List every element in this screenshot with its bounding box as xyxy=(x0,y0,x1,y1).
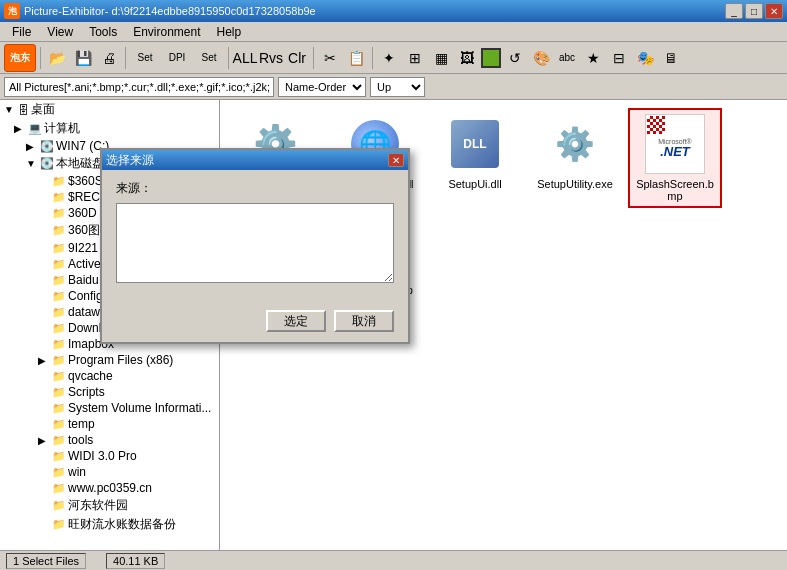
tree-item-hedong[interactable]: 📁 河东软件园 xyxy=(0,496,219,515)
window-title: Picture-Exhibitor- d:\9f2214edbbe8915950… xyxy=(24,5,316,17)
close-button[interactable]: ✕ xyxy=(765,3,783,19)
dialog-title-bar: 选择来源 ✕ xyxy=(102,150,408,170)
toolbar-btn-save[interactable]: 💾 xyxy=(71,46,95,70)
toolbar-btn-palette[interactable]: 🎭 xyxy=(633,46,657,70)
toolbar-btn-star[interactable]: ✦ xyxy=(377,46,401,70)
dialog-source-input[interactable] xyxy=(116,203,394,283)
tree-item-temp[interactable]: 📁 temp xyxy=(0,416,219,432)
toolbar-btn-star2[interactable]: ★ xyxy=(581,46,605,70)
file-label-splashscreen: SplashScreen.bmp xyxy=(634,178,716,202)
menu-file[interactable]: File xyxy=(4,23,39,41)
toolbar-logo: 泡东 xyxy=(4,44,36,72)
dialog-title-text: 选择来源 xyxy=(106,152,154,169)
toolbar-sep-4 xyxy=(313,47,314,69)
toolbar-btn-clr[interactable]: Clr xyxy=(285,46,309,70)
toolbar-btn-color2[interactable]: 🎨 xyxy=(529,46,553,70)
dialog-buttons: 选定 取消 xyxy=(102,306,408,342)
toolbar-btn-grid[interactable]: ⊞ xyxy=(403,46,427,70)
file-icon-setupui: DLL xyxy=(445,114,505,174)
dialog-source-label: 来源： xyxy=(116,180,394,197)
direction-select[interactable]: Up Down xyxy=(370,77,425,97)
toolbar: 泡东 📂 💾 🖨 Set DPI Set ALL Rvs Clr ✂ 📋 ✦ ⊞… xyxy=(0,42,787,74)
file-label-setupui: SetupUi.dll xyxy=(448,178,501,190)
toolbar-btn-image[interactable]: 🖼 xyxy=(455,46,479,70)
toolbar-btn-cut[interactable]: ✂ xyxy=(318,46,342,70)
sort-select[interactable]: Name-Order xyxy=(278,77,366,97)
menu-bar: File View Tools Environment Help xyxy=(0,22,787,42)
toolbar-btn-rvs[interactable]: Rvs xyxy=(259,46,283,70)
file-item-setuputility-exe[interactable]: ⚙️ SetupUtility.exe xyxy=(530,110,620,206)
toolbar-btn-grid2[interactable]: ⊟ xyxy=(607,46,631,70)
toolbar-btn-print[interactable]: 🖨 xyxy=(97,46,121,70)
tree-item-scripts[interactable]: 📁 Scripts xyxy=(0,384,219,400)
tree-root[interactable]: ▼ 🗄 桌面 xyxy=(0,100,219,119)
tree-item-wangcai[interactable]: 📁 旺财流水账数据备份 xyxy=(0,515,219,534)
toolbar-btn-dpi[interactable]: DPI xyxy=(162,46,192,70)
filter-bar: Name-Order Up Down xyxy=(0,74,787,100)
toolbar-btn-color1[interactable] xyxy=(481,48,501,68)
toolbar-sep-3 xyxy=(228,47,229,69)
file-item-setupui-dll[interactable]: DLL SetupUi.dll xyxy=(430,110,520,206)
file-item-splashscreen-bmp[interactable]: Microsoft® .NET SplashScreen.bmp xyxy=(630,110,720,206)
tree-item-programfiles[interactable]: ▶ 📁 Program Files (x86) xyxy=(0,352,219,368)
menu-view[interactable]: View xyxy=(39,23,81,41)
toolbar-btn-rotate[interactable]: ↺ xyxy=(503,46,527,70)
toolbar-btn-copy[interactable]: 📋 xyxy=(344,46,368,70)
tree-item-tools[interactable]: ▶ 📁 tools xyxy=(0,432,219,448)
dialog-close-button[interactable]: ✕ xyxy=(388,153,404,167)
status-file-size: 40.11 KB xyxy=(106,553,165,569)
dialog-body: 来源： xyxy=(102,170,408,306)
status-select-files: 1 Select Files xyxy=(6,553,86,569)
file-icon-setuputility: ⚙️ xyxy=(545,114,605,174)
toolbar-btn-abc[interactable]: abc xyxy=(555,46,579,70)
toolbar-sep-5 xyxy=(372,47,373,69)
file-label-setuputility: SetupUtility.exe xyxy=(537,178,613,190)
maximize-button[interactable]: □ xyxy=(745,3,763,19)
tree-item-win[interactable]: 📁 win xyxy=(0,464,219,480)
dialog-confirm-button[interactable]: 选定 xyxy=(266,310,326,332)
tree-item-computer[interactable]: ▶ 💻 计算机 xyxy=(0,119,219,138)
tree-item-qvcache[interactable]: 📁 qvcache xyxy=(0,368,219,384)
toolbar-btn-open[interactable]: 📂 xyxy=(45,46,69,70)
minimize-button[interactable]: _ xyxy=(725,3,743,19)
toolbar-sep-1 xyxy=(40,47,41,69)
title-bar: 泡 Picture-Exhibitor- d:\9f2214edbbe89159… xyxy=(0,0,787,22)
menu-help[interactable]: Help xyxy=(209,23,250,41)
toolbar-btn-set2[interactable]: Set xyxy=(194,46,224,70)
menu-environment[interactable]: Environment xyxy=(125,23,208,41)
window-controls: _ □ ✕ xyxy=(725,3,783,19)
toolbar-sep-2 xyxy=(125,47,126,69)
app-icon: 泡 xyxy=(4,3,20,19)
select-source-dialog[interactable]: 选择来源 ✕ 来源： 选定 取消 xyxy=(100,148,410,344)
toolbar-btn-border[interactable]: ▦ xyxy=(429,46,453,70)
tree-item-pc0359[interactable]: 📁 www.pc0359.cn xyxy=(0,480,219,496)
menu-tools[interactable]: Tools xyxy=(81,23,125,41)
toolbar-btn-monitor[interactable]: 🖥 xyxy=(659,46,683,70)
tree-item-widi[interactable]: 📁 WIDI 3.0 Pro xyxy=(0,448,219,464)
toolbar-btn-all[interactable]: ALL xyxy=(233,46,257,70)
file-icon-splashscreen: Microsoft® .NET xyxy=(645,114,705,174)
status-bar: 1 Select Files 40.11 KB xyxy=(0,550,787,570)
tree-item-sysvolinfo[interactable]: 📁 System Volume Informati... xyxy=(0,400,219,416)
dialog-cancel-button[interactable]: 取消 xyxy=(334,310,394,332)
toolbar-btn-set1[interactable]: Set xyxy=(130,46,160,70)
filter-input[interactable] xyxy=(4,77,274,97)
